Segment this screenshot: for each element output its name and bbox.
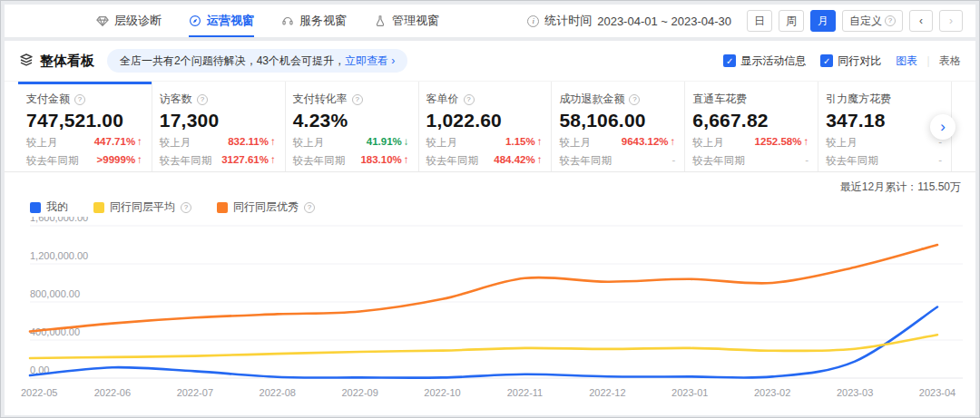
metric-title: 直通车花费 (692, 92, 747, 107)
peer-compare-checkbox[interactable]: ✓ 同行对比 (820, 53, 881, 69)
metric-card-访客数[interactable]: 访客数?17,300较上月832.11%↑较去年同期3127.61%↑ (152, 82, 286, 171)
mom-row: 较上月41.91%↓ (293, 136, 409, 150)
x-axis-label: 2022-12 (589, 387, 625, 398)
up-arrow-icon: ↑ (671, 136, 676, 147)
up-arrow-icon: ↑ (137, 136, 142, 147)
x-axis-label: 2022-10 (424, 387, 460, 398)
prev-period-button[interactable]: ‹ (909, 10, 933, 32)
chart-view-button[interactable]: 图表 (896, 53, 917, 69)
yoy-row: 较去年同期- (559, 154, 675, 168)
compare-value: - (938, 154, 942, 168)
compare-value: 1252.58%↑ (755, 136, 809, 150)
x-axis-label: 2022-07 (177, 387, 213, 398)
chart-table-toggle: 图表 ｜ 表格 (896, 53, 961, 69)
view-toggle-divider: ｜ (923, 53, 934, 69)
metric-card-客单价[interactable]: 客单价?1,022.60较上月1.15%↑较去年同期484.42%↑ (419, 82, 553, 171)
range-button-日[interactable]: 日 (747, 10, 772, 32)
stat-time-label-wrap: i 统计时间 2023-04-01 ~ 2023-04-30 (527, 13, 731, 29)
tab-服务视窗[interactable]: 服务视窗 (281, 5, 347, 37)
next-period-button[interactable]: › (939, 10, 963, 32)
metric-title-wrap: 成功退款金额? (559, 92, 675, 107)
metric-value: 1,022.60 (426, 110, 543, 131)
compare-label: 较去年同期 (559, 154, 612, 168)
x-axis-label: 2022-08 (260, 387, 296, 398)
help-icon: ? (304, 202, 315, 213)
table-view-button[interactable]: 表格 (939, 53, 961, 69)
metric-title: 引力魔方花费 (826, 92, 891, 107)
yoy-row: 较去年同期183.10%↑ (293, 154, 409, 168)
tab-层级诊断[interactable]: 层级诊断 (96, 5, 162, 37)
range-button-label: 月 (818, 14, 828, 29)
metric-value: 4.23% (293, 110, 409, 131)
stat-time-label: 统计时间 (544, 13, 592, 29)
compare-value: 183.10%↑ (360, 154, 408, 168)
flask-icon (374, 15, 387, 27)
legend-label: 我的 (46, 199, 68, 215)
yoy-row: 较去年同期484.42%↑ (426, 154, 543, 168)
trend-chart-block: 最近12月累计：115.50万 我的同行同层平均?同行同层优秀? 0.00400… (5, 172, 975, 411)
cards-next-button[interactable]: › (930, 114, 956, 140)
layers-icon (19, 53, 34, 70)
top-navigation-bar: 层级诊断运营视窗服务视窗管理视窗 i 统计时间 2023-04-01 ~ 202… (5, 5, 975, 37)
metric-card-直通车花费[interactable]: 直通车花费6,667.82较上月1252.58%↑较去年同期- (685, 82, 818, 171)
down-arrow-icon: ↓ (404, 136, 409, 147)
trend-line-chart[interactable]: 0.00400,000.00800,000.001,200,000.001,60… (19, 217, 963, 411)
compare-label: 较去年同期 (293, 154, 346, 168)
range-button-自定义[interactable]: 自定义? (842, 10, 903, 32)
metric-card-支付转化率[interactable]: 支付转化率?4.23%较上月41.91%↓较去年同期183.10%↑ (286, 82, 419, 171)
compare-label: 较去年同期 (26, 154, 79, 168)
compare-value: 1.15%↑ (505, 136, 542, 150)
legend-swatch-icon (217, 202, 228, 213)
metric-title-wrap: 支付金额? (26, 92, 142, 107)
tab-管理视窗[interactable]: 管理视窗 (374, 5, 439, 37)
x-axis-label: 2023-03 (837, 387, 873, 398)
info-icon: i (527, 15, 539, 27)
range-buttons: 日周月自定义? (747, 10, 903, 32)
mom-row: 较上月- (826, 136, 942, 150)
legend-item-我的[interactable]: 我的 (30, 199, 68, 215)
y-axis-label: 1,600,000.00 (30, 217, 88, 223)
up-arrow-icon: ↑ (270, 136, 276, 147)
legend-item-同行同层平均[interactable]: 同行同层平均? (93, 199, 191, 215)
metric-card-支付金额[interactable]: 支付金额?747,521.00较上月447.71%↑较去年同期>9999%↑ (19, 82, 152, 171)
compare-label: 较上月 (160, 136, 191, 150)
board-title-wrap: 整体看板 (19, 53, 94, 70)
compare-value: 484.42%↑ (494, 154, 542, 168)
mom-row: 较上月447.71%↑ (26, 136, 142, 150)
metric-value: 347.18 (826, 110, 942, 131)
up-arrow-icon: ↑ (137, 154, 142, 165)
x-axis-label: 2023-02 (754, 387, 790, 398)
view-tabs: 层级诊断运营视窗服务视窗管理视窗 (96, 5, 466, 37)
overview-panel: 整体看板 全店一共有2个问题待解决，43个机会可提升， 立即查看 › ✓ 显示活… (5, 41, 975, 415)
metric-card-成功退款金额[interactable]: 成功退款金额?58,106.00较上月9643.12%↑较去年同期- (552, 82, 685, 171)
compare-label: 较上月 (26, 136, 58, 150)
metric-title: 支付金额 (26, 92, 70, 107)
metric-title-wrap: 支付转化率? (293, 92, 409, 107)
mom-row: 较上月1252.58%↑ (692, 136, 808, 150)
compare-label: 较去年同期 (160, 154, 212, 168)
help-icon: ? (181, 202, 191, 213)
compare-label: 较去年同期 (426, 154, 479, 168)
range-button-label: 日 (754, 14, 765, 29)
metric-title: 访客数 (160, 92, 192, 107)
compass-icon (189, 15, 201, 27)
show-activity-checkbox[interactable]: ✓ 显示活动信息 (723, 53, 806, 69)
compare-label: 较上月 (692, 136, 724, 150)
x-axis-label: 2023-04 (919, 387, 956, 398)
tab-label: 层级诊断 (114, 13, 162, 29)
notice-pill: 全店一共有2个问题待解决，43个机会可提升， 立即查看 › (107, 49, 407, 73)
help-icon: ? (197, 94, 208, 105)
up-arrow-icon: ↑ (803, 136, 808, 147)
compare-value: 832.11%↑ (228, 136, 276, 150)
metric-title: 成功退款金额 (559, 92, 624, 107)
help-icon: ? (885, 15, 896, 26)
yoy-row: 较去年同期>9999%↑ (26, 154, 142, 168)
range-button-周[interactable]: 周 (779, 10, 804, 32)
legend-item-同行同层优秀[interactable]: 同行同层优秀? (217, 199, 315, 215)
mom-row: 较上月1.15%↑ (426, 136, 543, 150)
range-button-月[interactable]: 月 (810, 10, 836, 32)
tab-运营视窗[interactable]: 运营视窗 (189, 5, 254, 37)
notice-view-now-link[interactable]: 立即查看 › (345, 53, 395, 69)
y-axis-label: 800,000.00 (30, 288, 80, 299)
stat-time-value: 2023-04-01 ~ 2023-04-30 (597, 15, 731, 28)
